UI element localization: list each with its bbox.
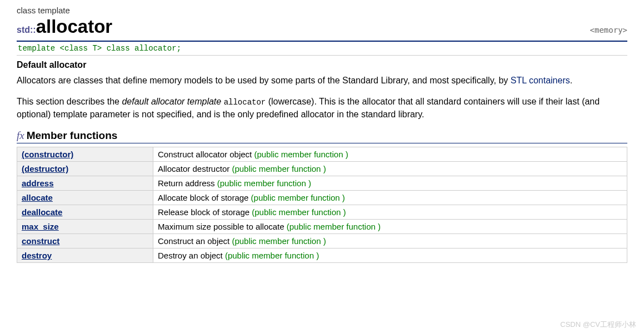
- table-row: constructConstruct an object (public mem…: [17, 234, 627, 248]
- namespace: std::: [17, 25, 36, 34]
- member-desc-cell: Allocator destructor (public member func…: [153, 162, 627, 176]
- member-annotation: (public member function ): [254, 150, 348, 159]
- member-annotation: (public member function ): [225, 251, 319, 260]
- member-link[interactable]: (constructor): [22, 150, 73, 159]
- class-name: allocator: [36, 16, 113, 37]
- member-link[interactable]: destroy: [22, 251, 52, 260]
- member-link[interactable]: address: [22, 178, 54, 188]
- member-desc-cell: Release block of storage (public member …: [153, 205, 627, 220]
- page-kind: class template: [17, 6, 627, 15]
- template-declaration: template <class T> class allocator;: [17, 42, 627, 56]
- description-para-2: This section describes the default alloc…: [17, 96, 627, 121]
- member-functions-table: (constructor)Construct allocator object …: [17, 147, 627, 263]
- member-name-cell: allocate: [17, 191, 153, 205]
- member-annotation: (public member function ): [252, 207, 346, 217]
- member-name-cell: (destructor): [17, 162, 153, 176]
- member-desc-cell: Return address (public member function ): [153, 176, 627, 191]
- title-row: std::allocator <memory>: [17, 16, 627, 37]
- table-row: allocateAllocate block of storage (publi…: [17, 191, 627, 205]
- member-link[interactable]: deallocate: [22, 207, 62, 217]
- member-desc-cell: Allocate block of storage (public member…: [153, 191, 627, 205]
- member-desc-cell: Construct an object (public member funct…: [153, 234, 627, 248]
- table-row: max_sizeMaximum size possible to allocat…: [17, 220, 627, 234]
- section-subtitle: Default allocator: [17, 60, 627, 70]
- table-row: (constructor)Construct allocator object …: [17, 147, 627, 162]
- member-annotation: (public member function ): [232, 236, 326, 246]
- header-tag: <memory>: [590, 26, 627, 34]
- member-link[interactable]: (destructor): [22, 164, 68, 173]
- page-title: std::allocator: [17, 16, 112, 37]
- member-annotation: (public member function ): [287, 222, 381, 231]
- member-link[interactable]: max_size: [22, 222, 59, 231]
- description-para-1: Allocators are classes that define memor…: [17, 74, 627, 87]
- fx-icon: fx: [17, 130, 24, 141]
- member-name-cell: deallocate: [17, 205, 153, 220]
- member-annotation: (public member function ): [232, 164, 326, 173]
- table-row: destroyDestroy an object (public member …: [17, 248, 627, 263]
- stl-containers-link[interactable]: STL containers: [511, 76, 570, 85]
- member-name-cell: construct: [17, 234, 153, 248]
- member-name-cell: (constructor): [17, 147, 153, 162]
- table-row: deallocateRelease block of storage (publ…: [17, 205, 627, 220]
- member-name-cell: address: [17, 176, 153, 191]
- member-link[interactable]: allocate: [22, 193, 53, 202]
- table-row: addressReturn address (public member fun…: [17, 176, 627, 191]
- member-link[interactable]: construct: [22, 236, 59, 246]
- table-row: (destructor)Allocator destructor (public…: [17, 162, 627, 176]
- member-annotation: (public member function ): [251, 193, 345, 202]
- member-annotation: (public member function ): [217, 178, 311, 188]
- member-desc-cell: Destroy an object (public member functio…: [153, 248, 627, 263]
- member-name-cell: destroy: [17, 248, 153, 263]
- member-desc-cell: Maximum size possible to allocate (publi…: [153, 220, 627, 234]
- member-functions-heading: fxMember functions: [17, 130, 627, 143]
- member-desc-cell: Construct allocator object (public membe…: [153, 147, 627, 162]
- member-name-cell: max_size: [17, 220, 153, 234]
